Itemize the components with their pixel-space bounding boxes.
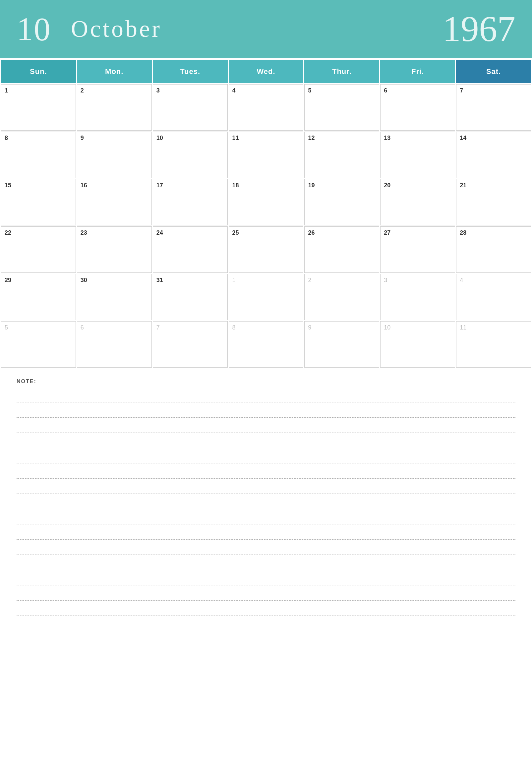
notes-label: NOTE: (17, 379, 515, 385)
day-header-tue: Tues. (153, 60, 228, 83)
table-row: 8 (229, 321, 304, 368)
notes-line[interactable] (17, 448, 515, 463)
table-row: 11 (229, 132, 304, 178)
day-header-sat: Sat. (456, 60, 531, 83)
table-row: 12 (304, 132, 379, 178)
notes-line[interactable] (17, 418, 515, 433)
table-row: 6 (380, 84, 455, 131)
table-row: 13 (380, 132, 455, 178)
table-row: 9 (77, 132, 152, 178)
day-header-wed: Wed. (229, 60, 304, 83)
notes-line[interactable] (17, 494, 515, 509)
table-row: 30 (77, 274, 152, 320)
table-row: 10 (153, 132, 228, 178)
notes-line[interactable] (17, 540, 515, 555)
table-row: 18 (229, 179, 304, 225)
notes-line[interactable] (17, 387, 515, 402)
table-row: 1 (1, 84, 76, 131)
table-row: 4 (456, 274, 531, 320)
table-row: 29 (1, 274, 76, 320)
notes-line[interactable] (17, 402, 515, 418)
table-row: 2 (77, 84, 152, 131)
table-row: 28 (456, 226, 531, 273)
notes-line[interactable] (17, 509, 515, 524)
table-row: 5 (304, 84, 379, 131)
table-row: 16 (77, 179, 152, 225)
table-row: 4 (229, 84, 304, 131)
day-header-thu: Thur. (304, 60, 379, 83)
table-row: 8 (1, 132, 76, 178)
table-row: 23 (77, 226, 152, 273)
notes-section: NOTE: (0, 369, 532, 638)
table-row: 7 (456, 84, 531, 131)
notes-line[interactable] (17, 463, 515, 479)
year: 1967 (443, 8, 515, 50)
table-row: 25 (229, 226, 304, 273)
notes-line[interactable] (17, 433, 515, 448)
table-row: 3 (153, 84, 228, 131)
table-row: 15 (1, 179, 76, 225)
notes-line[interactable] (17, 585, 515, 601)
table-row: 10 (380, 321, 455, 368)
table-row: 26 (304, 226, 379, 273)
table-row: 3 (380, 274, 455, 320)
day-headers: Sun. Mon. Tues. Wed. Thur. Fri. Sat. (0, 59, 532, 83)
notes-line[interactable] (17, 555, 515, 570)
notes-line[interactable] (17, 524, 515, 540)
table-row: 7 (153, 321, 228, 368)
month-name: October (71, 15, 162, 43)
day-header-sun: Sun. (1, 60, 76, 83)
month-number: 10 (17, 10, 51, 48)
table-row: 31 (153, 274, 228, 320)
table-row: 22 (1, 226, 76, 273)
table-row: 9 (304, 321, 379, 368)
notes-line[interactable] (17, 479, 515, 494)
table-row: 6 (77, 321, 152, 368)
table-row: 5 (1, 321, 76, 368)
table-row: 17 (153, 179, 228, 225)
table-row: 27 (380, 226, 455, 273)
notes-line[interactable] (17, 570, 515, 585)
table-row: 24 (153, 226, 228, 273)
table-row: 19 (304, 179, 379, 225)
notes-lines (17, 387, 515, 631)
table-row: 21 (456, 179, 531, 225)
table-row: 11 (456, 321, 531, 368)
notes-line[interactable] (17, 616, 515, 631)
calendar-header: 10 October 1967 (0, 0, 532, 58)
table-row: 14 (456, 132, 531, 178)
calendar-grid: 1 2 3 4 5 6 7 8 9 10 11 12 13 14 15 16 1… (0, 83, 532, 369)
table-row: 20 (380, 179, 455, 225)
notes-line[interactable] (17, 601, 515, 616)
table-row: 2 (304, 274, 379, 320)
day-header-fri: Fri. (380, 60, 455, 83)
day-header-mon: Mon. (77, 60, 152, 83)
table-row: 1 (229, 274, 304, 320)
